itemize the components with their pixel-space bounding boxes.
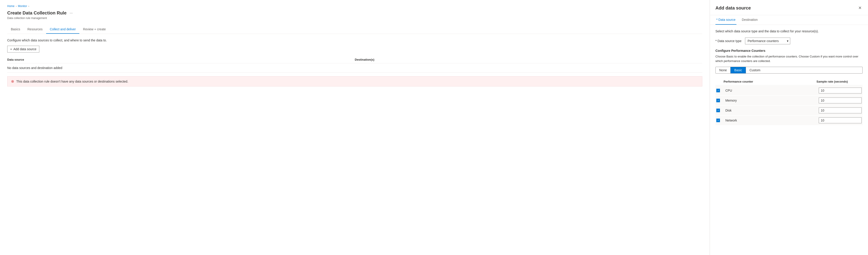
rate-input-network[interactable]	[819, 117, 862, 123]
breadcrumb: Home › Monitor ›	[7, 4, 702, 8]
panel-tabs: Data source Destination	[710, 15, 868, 25]
rate-input-disk[interactable]	[819, 108, 862, 113]
configure-section-helper: Choose Basic to enable the collection of…	[715, 54, 863, 63]
tab-review-create[interactable]: Review + create	[79, 25, 110, 34]
data-source-type-row: * Data source type Performance counters …	[715, 37, 863, 44]
breadcrumb-home[interactable]: Home	[7, 4, 14, 8]
add-data-source-button[interactable]: + Add data source	[7, 46, 39, 53]
panel-content: Select which data source type and the da…	[710, 25, 868, 130]
perf-check-memory	[716, 98, 723, 102]
panel-tab-data-source-label: Data source	[718, 18, 735, 22]
perf-check-network	[716, 119, 723, 122]
perf-name-disk: Disk	[723, 109, 819, 112]
data-source-type-label: * Data source type	[715, 39, 741, 43]
checkbox-memory[interactable]	[716, 98, 720, 102]
panel-header: Add data source ✕	[710, 0, 868, 15]
close-button[interactable]: ✕	[857, 4, 863, 11]
tab-collect-deliver[interactable]: Collect and deliver	[46, 25, 79, 34]
breadcrumb-monitor[interactable]: Monitor	[18, 4, 27, 8]
data-source-type-select-wrapper: Performance counters Windows Event Logs …	[745, 37, 790, 44]
perf-check-disk	[716, 109, 723, 112]
error-message-text: This data collection rule doesn't have a…	[16, 80, 128, 83]
section-description: Configure which data sources to collect,…	[7, 38, 702, 42]
col-header-destinations: Destination(s)	[355, 58, 703, 61]
perf-name-cpu: CPU	[723, 89, 819, 92]
toggle-custom[interactable]: Custom	[746, 67, 764, 73]
perf-col-name-header: Performance counter	[723, 80, 816, 83]
error-icon: ⊗	[11, 79, 14, 84]
table-empty-message: No data sources and destination added	[7, 63, 702, 73]
rate-input-cpu[interactable]	[819, 88, 862, 93]
checkbox-cpu[interactable]	[716, 89, 720, 92]
checkbox-network[interactable]	[716, 119, 720, 122]
error-banner: ⊗ This data collection rule doesn't have…	[7, 76, 702, 86]
breadcrumb-sep-2: ›	[28, 5, 29, 7]
panel-title: Add data source	[715, 5, 751, 11]
perf-check-cpu	[716, 89, 723, 92]
rate-input-memory[interactable]	[819, 97, 862, 104]
right-panel: Add data source ✕ Data source Destinatio…	[710, 0, 868, 255]
left-panel: Home › Monitor › Create Data Collection …	[0, 0, 710, 255]
toggle-none[interactable]: None	[716, 67, 731, 73]
toggle-basic[interactable]: Basic	[731, 67, 746, 73]
col-header-datasource: Data source	[7, 58, 355, 61]
data-source-type-select[interactable]: Performance counters Windows Event Logs …	[745, 37, 790, 44]
add-button-label: Add data source	[13, 47, 36, 51]
panel-content-description: Select which data source type and the da…	[715, 29, 863, 33]
perf-counters-table: Performance counter Sample rate (seconds…	[715, 78, 863, 125]
breadcrumb-sep-1: ›	[16, 5, 17, 7]
perf-name-network: Network	[723, 119, 819, 122]
page-subtitle: Data collection rule management	[7, 17, 702, 20]
toggle-group: None Basic Custom	[715, 67, 863, 74]
table-row: CPU	[715, 86, 863, 95]
panel-tab-destination-label: Destination	[742, 18, 758, 22]
panel-tab-data-source[interactable]: Data source	[715, 15, 737, 25]
tab-resources[interactable]: Resources	[24, 25, 46, 34]
checkbox-disk[interactable]	[716, 109, 720, 112]
table-row: Memory	[715, 96, 863, 105]
perf-name-memory: Memory	[723, 98, 819, 102]
page-menu-button[interactable]: ···	[68, 11, 74, 16]
panel-tab-destination[interactable]: Destination	[741, 15, 758, 25]
table-row: Disk	[715, 106, 863, 115]
add-icon: +	[10, 47, 12, 51]
configure-section-title: Configure Performance Counters	[715, 49, 863, 53]
tab-basics[interactable]: Basics	[7, 25, 24, 34]
perf-table-header: Performance counter Sample rate (seconds…	[715, 78, 863, 85]
table-row: Network	[715, 116, 863, 125]
perf-col-rate-header: Sample rate (seconds)	[816, 80, 862, 83]
main-tabs: Basics Resources Collect and deliver Rev…	[7, 25, 702, 34]
table-header: Data source Destination(s)	[7, 56, 702, 63]
page-title-row: Create Data Collection Rule ···	[7, 10, 702, 16]
page-title: Create Data Collection Rule	[7, 10, 66, 16]
